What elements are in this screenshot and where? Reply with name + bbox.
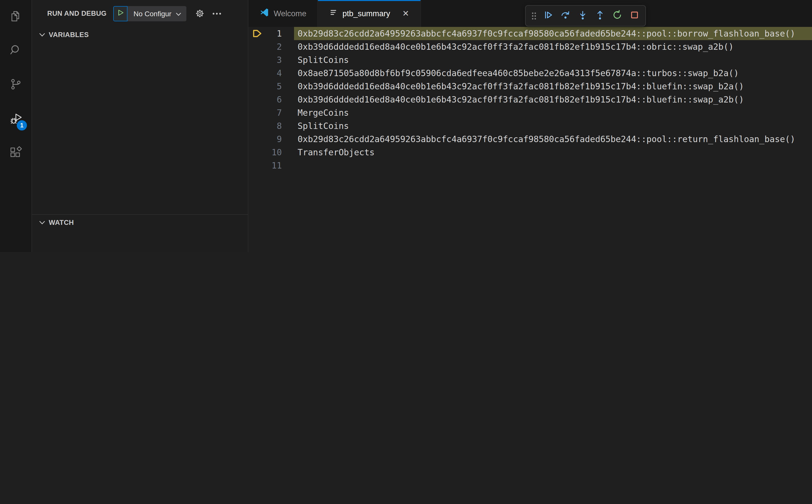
sidebar-item-search[interactable] [4,39,28,63]
sidebar-titlebar: RUN AND DEBUG No Configur [32,0,248,27]
line-number: 2 [265,40,282,53]
step-into-button[interactable] [574,8,591,24]
breakpoint-gutter[interactable] [248,106,265,119]
line-number: 8 [265,119,282,132]
editor-line[interactable]: 10 TransferObjects [248,146,812,159]
sidebar-item-extensions[interactable] [4,141,28,165]
breakpoint-gutter[interactable] [248,66,265,80]
more-actions-button[interactable] [212,12,221,15]
debug-settings-button[interactable] [195,9,204,18]
sidebar-title: RUN AND DEBUG [47,10,107,17]
watch-section-header[interactable]: WATCH [32,215,248,230]
line-number: 9 [265,132,282,146]
editor-line[interactable]: 7 MergeCoins [248,106,812,119]
list-icon [329,8,338,19]
debug-badge: 1 [16,120,27,131]
breakpoint-gutter[interactable] [248,159,265,172]
editor-area: Welcome ptb_summary ✕ [248,0,812,252]
configuration-dropdown[interactable]: No Configur [127,6,186,21]
chevron-down-icon [39,220,45,225]
editor-line[interactable]: 11 [248,159,812,172]
editor-line[interactable]: 5 0xb39d6dddedd16ed8a40ce0b1e6b43c92acf0… [248,80,812,93]
line-number: 10 [265,146,282,159]
watch-section: WATCH [32,214,248,252]
tab-welcome[interactable]: Welcome [248,0,318,27]
current-stack-frame-marker-icon [252,29,262,38]
editor-line[interactable]: 3 SplitCoins [248,53,812,66]
sidebar-item-explorer[interactable] [4,5,28,29]
stop-icon [629,9,640,22]
editor-line[interactable]: 9 0xb29d83c26cdd2a64959263abbcfc4a6937f0… [248,132,812,146]
step-over-button[interactable] [557,8,574,24]
step-over-icon [560,9,571,22]
chevron-down-icon [175,9,181,18]
watch-section-label: WATCH [49,219,74,226]
breakpoint-gutter[interactable] [248,132,265,146]
code-text: TransferObjects [294,146,812,159]
line-number: 6 [265,93,282,106]
step-out-icon [595,9,605,22]
vscode-logo-icon [259,8,269,19]
editor-line[interactable]: 8 SplitCoins [248,119,812,132]
vscode-window: 1 [0,0,812,252]
restart-button[interactable] [609,8,626,24]
breakpoint-gutter[interactable] [248,80,265,93]
configuration-dropdown-label: No Configur [134,9,171,18]
editor-line[interactable]: 4 0x8ae871505a80d8bf6bf9c05906cda6edfeea… [248,66,812,80]
close-icon[interactable]: ✕ [402,9,409,18]
line-number: 4 [265,66,282,80]
sidebar-item-source-control[interactable] [4,73,28,97]
activity-bar-top: 1 [4,0,28,165]
line-number: 5 [265,80,282,93]
code-text: 0xb39d6dddedd16ed8a40ce0b1e6b43c92acf0ff… [294,40,812,53]
code-text: 0xb29d83c26cdd2a64959263abbcfc4a6937f0c9… [294,27,812,40]
continue-button[interactable] [540,8,557,24]
launch-configuration-control: No Configur [113,6,186,21]
variables-body [32,42,248,214]
tab-label: ptb_summary [342,9,390,18]
restart-icon [612,9,623,22]
git-branch-icon [9,78,22,93]
breakpoint-gutter[interactable] [248,53,265,66]
code-text: 0x8ae871505a80d8bf6bf9c05906cda6edfeea46… [294,66,812,80]
line-number: 7 [265,106,282,119]
breakpoint-gutter[interactable] [248,27,265,40]
code-text: 0xb39d6dddedd16ed8a40ce0b1e6b43c92acf0ff… [294,80,812,93]
variables-section-header[interactable]: VARIABLES [32,27,248,42]
toolbar-drag-handle[interactable] [528,8,539,24]
editor-line[interactable]: 6 0xb39d6dddedd16ed8a40ce0b1e6b43c92acf0… [248,93,812,106]
play-icon [116,8,124,19]
tab-label: Welcome [274,9,306,18]
start-debugging-button[interactable] [113,6,127,21]
step-into-icon [577,9,588,22]
stop-button[interactable] [626,8,643,24]
step-out-button[interactable] [592,8,608,24]
breakpoint-gutter[interactable] [248,146,265,159]
debug-toolbar [525,5,646,26]
code-text: 0xb39d6dddedd16ed8a40ce0b1e6b43c92acf0ff… [294,93,812,106]
variables-section-label: VARIABLES [49,31,89,38]
breakpoint-gutter[interactable] [248,93,265,106]
extensions-icon [9,146,22,161]
watch-body [32,230,248,252]
line-number: 3 [265,53,282,66]
line-number: 1 [265,27,282,40]
code-text: MergeCoins [294,106,812,119]
sidebar-item-run-and-debug[interactable]: 1 [4,107,28,131]
code-text: SplitCoins [294,53,812,66]
search-icon [9,44,22,59]
activity-bar: 1 [0,0,32,252]
breakpoint-gutter[interactable] [248,119,265,132]
continue-icon [543,9,554,22]
run-and-debug-sidebar: RUN AND DEBUG No Configur [32,0,248,252]
breakpoint-gutter[interactable] [248,40,265,53]
editor-line[interactable]: 1 0xb29d83c26cdd2a64959263abbcfc4a6937f0… [248,27,812,40]
editor-line[interactable]: 2 0xb39d6dddedd16ed8a40ce0b1e6b43c92acf0… [248,40,812,53]
code-text: 0xb29d83c26cdd2a64959263abbcfc4a6937f0c9… [294,132,812,146]
variables-section: VARIABLES [32,27,248,214]
tab-ptb-summary[interactable]: ptb_summary ✕ [318,0,421,27]
line-number: 11 [265,159,282,172]
files-icon [9,10,22,25]
chevron-down-icon [39,32,45,37]
code-editor[interactable]: 1 0xb29d83c26cdd2a64959263abbcfc4a6937f0… [248,27,812,252]
